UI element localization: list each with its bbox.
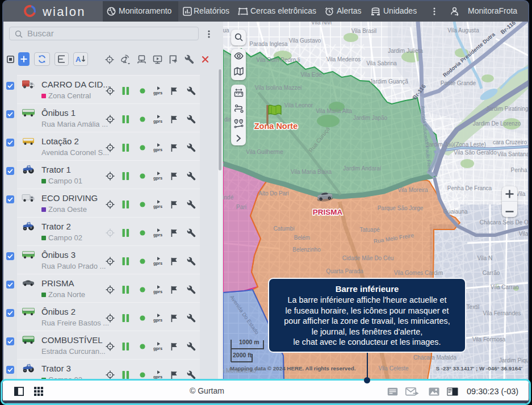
svg-text:gprs: gprs (153, 147, 162, 152)
svg-text:Vila: Vila (516, 191, 526, 197)
svg-text:Penha De Franca: Penha De Franca (447, 185, 492, 191)
svg-text:Vila Guilherme: Vila Guilherme (246, 149, 283, 155)
svg-text:Vila Santana: Vila Santana (497, 151, 529, 157)
svg-text:S -23° 33.1417' ; W -046° 36.9: S -23° 33.1417' ; W -046° 36.9164' (436, 365, 522, 371)
svg-text:Guaiauna: Guaiauna (443, 208, 468, 215)
svg-text:Vila Moreira: Vila Moreira (397, 187, 428, 193)
svg-text:Alto Do Pari: Alto Do Pari (258, 190, 288, 197)
svg-text:Tatuapé: Tatuapé (359, 227, 380, 233)
svg-text:ua: ua (223, 27, 229, 34)
svg-text:Vila Gomes Cardim: Vila Gomes Cardim (394, 270, 443, 276)
svg-text:Jardim Julieta: Jardim Julieta (388, 48, 423, 54)
svg-text:Chácara Mafalda: Chácara Mafalda (413, 354, 457, 361)
svg-text:gprs: gprs (153, 232, 162, 237)
svg-text:Belém: Belém (294, 235, 310, 241)
svg-text:Jardim Japão: Jardim Japão (353, 115, 387, 121)
svg-text:nindé: nindé (223, 194, 234, 201)
svg-text:Jardim De Lorenzo: Jardim De Lorenzo (473, 120, 521, 127)
svg-text:Vila: Vila (519, 231, 529, 237)
svg-text:A: A (76, 55, 81, 64)
svg-text:Vila Sabrina: Vila Sabrina (366, 60, 397, 66)
svg-text:gprs: gprs (153, 176, 162, 181)
svg-text:Vila Ede: Vila Ede (300, 72, 322, 78)
svg-text:Zona Norte: Zona Norte (254, 122, 298, 131)
svg-text:gprs: gprs (153, 119, 162, 124)
svg-text:Textil: Textil (467, 304, 480, 310)
svg-text:2000 ft: 2000 ft (233, 352, 252, 358)
svg-text:Vila Nivi: Vila Nivi (311, 22, 332, 26)
svg-text:1000 m: 1000 m (239, 339, 259, 345)
svg-text:Vila Carrao: Vila Carrao (491, 284, 519, 290)
svg-text:Catumbi: Catumbi (273, 226, 294, 232)
svg-text:Cidade Mãe Do Céu: Cidade Mãe Do Céu (342, 255, 394, 261)
svg-text:Vila Formosa: Vila Formosa (472, 336, 506, 343)
svg-text:Vila Gustavo: Vila Gustavo (289, 37, 321, 44)
svg-text:Vila Medeiros: Vila Medeiros (326, 56, 361, 62)
svg-text:Vila Dom Pedro Ii: Vila Dom Pedro Ii (256, 57, 300, 63)
svg-text:PRISMA: PRISMA (313, 208, 343, 216)
svg-text:Chácara Seis De Out: Chácara Seis De Out (480, 219, 529, 226)
svg-text:gprs: gprs (153, 318, 162, 323)
svg-text:Vila Isolina Mazzei: Vila Isolina Mazzei (255, 85, 302, 91)
svg-text:gprs: gprs (153, 90, 162, 95)
svg-text:Jardim Piratininga: Jardim Piratininga (486, 106, 529, 112)
svg-text:Vila Brasil: Vila Brasil (351, 28, 376, 34)
svg-text:Vila Maria Baixa: Vila Maria Baixa (291, 169, 332, 175)
svg-text:gprs: gprs (153, 204, 162, 209)
svg-text:Vila Maria Alta: Vila Maria Alta (316, 108, 352, 114)
svg-text:Jardim Andaraí: Jardim Andaraí (343, 165, 381, 172)
svg-text:gprs: gprs (153, 261, 162, 266)
svg-text:Pari: Pari (236, 204, 246, 210)
svg-text:Vila Fernandes: Vila Fernandes (483, 310, 521, 316)
svg-text:Belenzinho: Belenzinho (292, 247, 321, 253)
svg-text:Vila São Geraldo: Vila São Geraldo (454, 149, 497, 156)
svg-text:Mapping data © 2024 HERE. All: Mapping data © 2024 HERE. All rights res… (230, 365, 356, 371)
svg-text:Parada Inglesa: Parada Inglesa (249, 41, 288, 47)
svg-text:cara Cruzeiro D: cara Cruzeiro D (493, 139, 529, 145)
svg-text:Vila Augusta: Vila Augusta (447, 27, 479, 34)
svg-text:Quarta Parada: Quarta Parada (326, 268, 363, 274)
svg-text:Vila Leonor: Vila Leonor (284, 102, 313, 108)
svg-text:Penha: Penha (511, 167, 527, 173)
svg-text:gprs: gprs (153, 346, 162, 351)
svg-text:Jardim Pique: Jardim Pique (499, 357, 529, 364)
svg-text:Vila N: Vila N (477, 255, 493, 261)
svg-text:Carrão: Carrão (483, 270, 500, 276)
svg-text:Jardim Guançã: Jardim Guançã (370, 78, 408, 85)
svg-text:Parque São Jorge: Parque São Jorge (378, 205, 424, 211)
svg-text:Vila Celeste: Vila Celeste (378, 365, 409, 371)
svg-text:Ponte Grande: Ponte Grande (441, 80, 476, 86)
svg-text:Jardim Jaú(Zona Leste): Jardim Jaú(Zona Leste) (426, 141, 486, 148)
svg-text:gprs: gprs (153, 289, 162, 294)
